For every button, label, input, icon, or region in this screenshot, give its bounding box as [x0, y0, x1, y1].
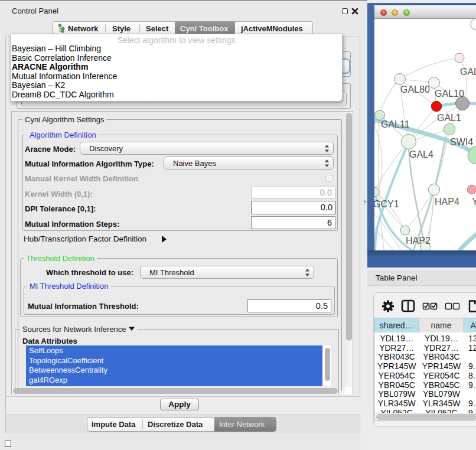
svg-text:GAL10: GAL10 — [435, 89, 464, 99]
svg-text:Y: Y — [472, 197, 476, 207]
svg-text:HAP4: HAP4 — [435, 197, 459, 207]
svg-text:HAP2: HAP2 — [406, 236, 431, 246]
svg-text:GAL1: GAL1 — [437, 113, 461, 123]
svg-text:GCY1: GCY1 — [374, 199, 399, 209]
svg-text:SWI4: SWI4 — [450, 137, 473, 147]
svg-text:GAL11: GAL11 — [381, 119, 410, 129]
svg-text:GAL80: GAL80 — [400, 84, 430, 94]
svg-text:GAL4: GAL4 — [409, 149, 433, 159]
svg-text:GAL7: GAL7 — [460, 67, 476, 77]
